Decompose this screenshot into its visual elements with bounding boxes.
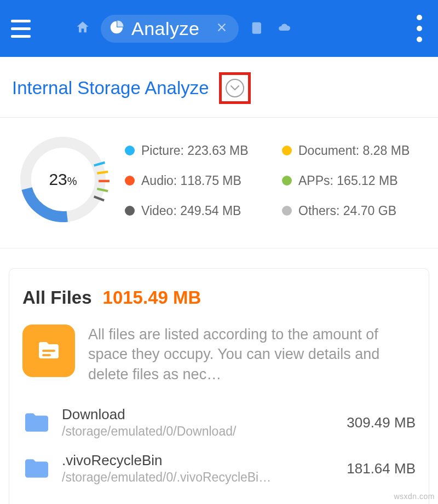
legend-picture: Picture: 223.63 MB [125,143,276,158]
legend-audio: Audio: 118.75 MB [125,173,276,188]
arrow-right-icon [239,501,253,504]
list-item[interactable]: .vivoRecycleBin /storage/emulated/0/.viv… [22,444,416,490]
watermark: wsxdn.com [394,492,435,501]
cloud-icon[interactable] [276,21,292,36]
folder-icon [22,457,51,480]
analyze-tab-label: Analyze [131,18,199,39]
card-description: All files are listed according to the am… [88,325,416,384]
card-title: All Files [22,287,92,308]
pie-chart-icon [108,19,125,38]
usage-percent: 23% [49,170,77,189]
file-path: /storage/emulated/0/Download/ [62,424,336,439]
legend-video: Video: 249.54 MB [125,204,276,218]
more-options-icon[interactable] [408,12,430,45]
file-name: .vivoRecycleBin [62,452,336,469]
usage-donut: 23% [11,133,115,226]
list-item[interactable]: Download /storage/emulated/0/Download/ 3… [22,398,416,444]
svg-rect-8 [42,354,51,356]
file-size: 181.64 MB [347,460,416,477]
file-name: Download [62,406,336,423]
app-bar: Analyze [0,0,438,57]
close-icon[interactable] [216,20,228,37]
svg-rect-7 [42,350,55,352]
legend-others: Others: 24.70 GB [282,204,434,218]
folder-icon [22,411,51,434]
svg-line-3 [97,172,108,173]
page-title-row: Internal Storage Analyze [0,57,438,118]
details-button[interactable]: Details [185,501,253,504]
details-label: Details [185,501,235,504]
legend: Picture: 223.63 MB Document: 8.28 MB Aud… [125,133,434,226]
home-icon[interactable] [74,20,91,37]
file-size: 309.49 MB [347,414,416,431]
file-path: /storage/emulated/0/.vivoRecycleBi… [62,470,336,485]
folder-icon [22,325,75,377]
all-files-card: All Files 1015.49 MB All files are liste… [9,268,429,504]
analyze-tab[interactable]: Analyze [101,15,239,43]
legend-document: Document: 8.28 MB [282,143,434,158]
chevron-down-icon[interactable] [226,79,244,97]
legend-apps: APPs: 165.12 MB [282,173,434,188]
storage-summary: 23% Picture: 223.63 MB Document: 8.28 MB… [0,118,438,248]
highlight-box [219,72,251,104]
card-total-size: 1015.49 MB [103,287,201,308]
page-title: Internal Storage Analyze [12,78,209,99]
sd-card-icon[interactable] [250,20,265,37]
menu-icon[interactable] [8,15,35,42]
